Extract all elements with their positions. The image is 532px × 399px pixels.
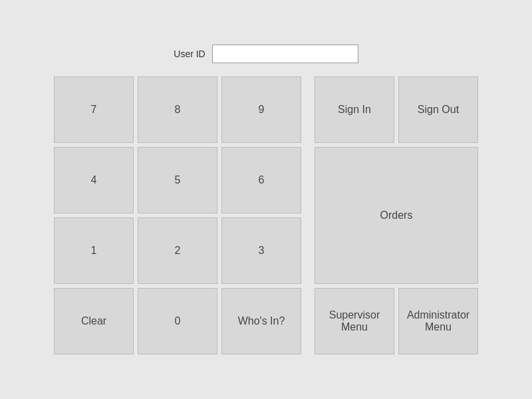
key-4[interactable]: 4 <box>54 147 134 213</box>
main-container: User ID 7 8 9 4 5 6 1 2 3 Clear 0 Who's … <box>54 45 478 354</box>
key-6[interactable]: 6 <box>221 147 301 213</box>
left-grid: 7 8 9 4 5 6 1 2 3 Clear 0 Who's In? <box>54 76 301 354</box>
user-id-label: User ID <box>174 49 205 59</box>
key-8[interactable]: 8 <box>138 76 217 143</box>
key-5[interactable]: 5 <box>138 147 217 213</box>
sign-out-button[interactable]: Sign Out <box>398 76 478 143</box>
right-grid: Sign In Sign Out Orders Supervisor Menu … <box>315 76 478 354</box>
key-0[interactable]: 0 <box>138 288 217 354</box>
whos-in-button[interactable]: Who's In? <box>221 288 301 354</box>
user-id-row: User ID <box>174 45 358 63</box>
key-3[interactable]: 3 <box>221 217 301 284</box>
supervisor-menu-button[interactable]: Supervisor Menu <box>315 288 394 354</box>
key-7[interactable]: 7 <box>54 76 134 143</box>
keypad-area: 7 8 9 4 5 6 1 2 3 Clear 0 Who's In? Sign… <box>54 76 478 354</box>
sign-in-button[interactable]: Sign In <box>315 76 394 143</box>
key-9[interactable]: 9 <box>221 76 301 143</box>
key-1[interactable]: 1 <box>54 217 134 284</box>
clear-button[interactable]: Clear <box>54 288 134 354</box>
user-id-input[interactable] <box>212 45 358 63</box>
key-2[interactable]: 2 <box>138 217 217 284</box>
orders-button[interactable]: Orders <box>315 147 478 284</box>
administrator-menu-button[interactable]: Administrator Menu <box>398 288 478 354</box>
